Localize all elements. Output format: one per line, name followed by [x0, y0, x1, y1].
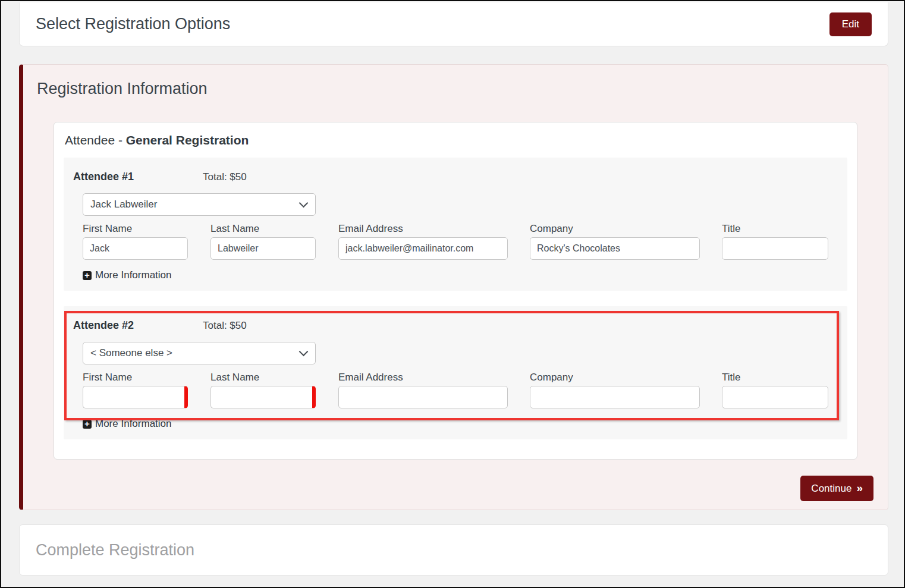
email-address-input[interactable]: [338, 386, 508, 408]
last-name-input[interactable]: [210, 386, 316, 408]
title-input[interactable]: [722, 386, 828, 408]
first-name-input[interactable]: [83, 386, 188, 408]
last-name-input[interactable]: [210, 237, 316, 260]
complete-registration-title: Complete Registration: [36, 541, 194, 559]
company-input[interactable]: [530, 237, 700, 260]
attendee-2-total: Total: $50: [203, 320, 247, 332]
attendee-general-registration-card: Attendee - General Registration Attendee…: [54, 122, 857, 460]
title-label: Title: [722, 372, 741, 383]
first-name-input[interactable]: [83, 237, 188, 260]
attendee-1-total: Total: $50: [203, 171, 247, 183]
double-chevron-right-icon: [856, 482, 863, 495]
registration-page: Select Registration Options Edit Registr…: [0, 0, 905, 588]
first-name-label: First Name: [83, 372, 132, 383]
attendee-1-person-select[interactable]: Jack Labweiler: [83, 193, 316, 216]
attendee-2-selected-value: < Someone else >: [90, 347, 172, 359]
company-label: Company: [530, 372, 573, 383]
page-title: Select Registration Options: [36, 15, 230, 33]
attendee-2-panel: Attendee #2 Total: $50 < Someone else > …: [64, 306, 847, 439]
complete-registration-card: Complete Registration: [19, 524, 888, 576]
card-title-prefix: Attendee -: [65, 133, 126, 147]
company-input[interactable]: [530, 386, 700, 408]
chevron-down-icon: [299, 347, 309, 357]
continue-label: Continue: [811, 483, 851, 495]
card-title: Attendee - General Registration: [65, 133, 249, 147]
title-input[interactable]: [722, 237, 828, 260]
card-title-bold: General Registration: [126, 133, 249, 147]
select-registration-options-card: Select Registration Options Edit: [19, 2, 888, 46]
attendee-2-more-information[interactable]: More Information: [83, 418, 172, 430]
plus-square-icon: [83, 271, 92, 280]
section-title: Registration Information: [37, 80, 208, 98]
more-information-label: More Information: [95, 418, 172, 430]
email-address-label: Email Address: [338, 223, 403, 235]
company-label: Company: [530, 223, 573, 235]
email-address-input[interactable]: [338, 237, 508, 260]
edit-button[interactable]: Edit: [829, 12, 872, 36]
attendee-1-selected-value: Jack Labweiler: [90, 199, 157, 210]
last-name-label: Last Name: [210, 223, 259, 235]
first-name-label: First Name: [83, 223, 132, 235]
last-name-label: Last Name: [210, 372, 259, 383]
registration-information-section: Registration Information Attendee - Gene…: [19, 64, 888, 510]
email-address-label: Email Address: [338, 372, 403, 383]
more-information-label: More Information: [95, 269, 172, 281]
attendee-2-person-select[interactable]: < Someone else >: [83, 342, 316, 364]
plus-square-icon: [83, 420, 92, 429]
attendee-1-panel: Attendee #1 Total: $50 Jack Labweiler Fi…: [64, 158, 847, 291]
title-label: Title: [722, 223, 741, 235]
attendee-2-heading: Attendee #2: [73, 319, 134, 332]
continue-button[interactable]: Continue: [800, 476, 873, 501]
chevron-down-icon: [299, 199, 309, 208]
attendee-1-heading: Attendee #1: [73, 171, 134, 183]
attendee-1-more-information[interactable]: More Information: [83, 269, 172, 281]
